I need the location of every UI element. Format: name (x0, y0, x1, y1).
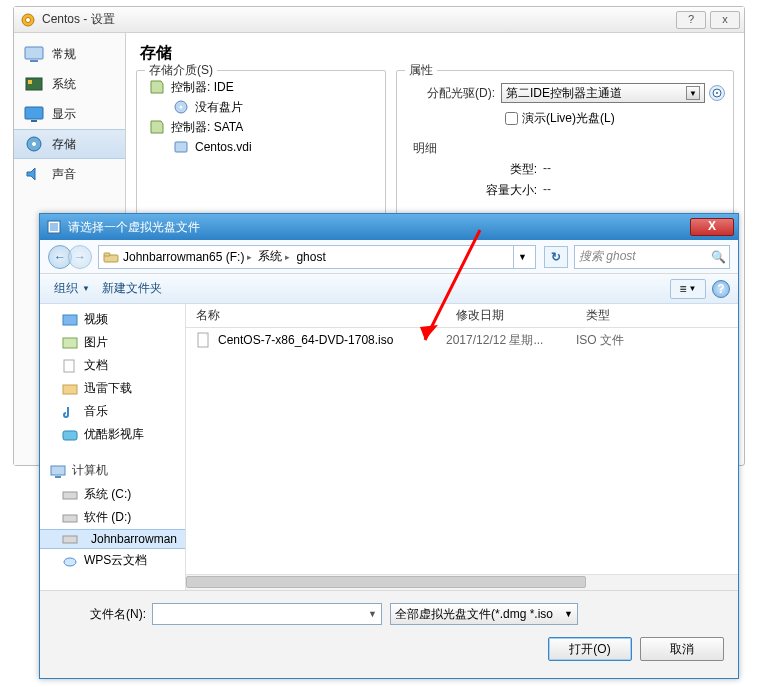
crumb-drive[interactable]: Johnbarrowman65 (F:)▸ (121, 250, 254, 264)
file-type: ISO 文件 (576, 332, 738, 349)
drive-d[interactable]: 软件 (D:) (40, 506, 185, 529)
vbox-icon (46, 219, 62, 235)
computer-group[interactable]: 计算机 (40, 458, 185, 483)
live-cd-input[interactable] (505, 112, 518, 125)
file-open-dialog: 请选择一个虚拟光盘文件 X ← → Johnbarrowman65 (F:)▸ … (39, 213, 739, 679)
search-input[interactable]: 搜索 ghost 🔍 (574, 245, 730, 269)
storage-tree: 控制器: IDE 没有盘片 控制器: SATA Centos.vdi (145, 77, 377, 157)
svg-rect-20 (63, 338, 77, 348)
scrollbar-thumb[interactable] (186, 576, 586, 588)
svg-point-1 (26, 17, 31, 22)
settings-title: Centos - 设置 (42, 11, 676, 28)
tree-label: 没有盘片 (195, 99, 243, 116)
svg-rect-30 (198, 333, 208, 347)
horizontal-scrollbar[interactable] (186, 574, 738, 590)
file-date: 2017/12/12 星期... (446, 332, 576, 349)
select-value: 第二IDE控制器主通道 (506, 85, 622, 102)
lib-thunder[interactable]: 迅雷下载 (40, 377, 185, 400)
dialog-close-button[interactable]: X (690, 218, 734, 236)
filetype-filter[interactable]: 全部虚拟光盘文件(*.dmg *.iso ▼ (390, 603, 578, 625)
help-button[interactable]: ? (676, 11, 706, 29)
size-value: -- (543, 182, 551, 199)
address-bar: ← → Johnbarrowman65 (F:)▸ 系统▸ ghost ▼ ↻ … (40, 240, 738, 274)
dialog-toolbar: 组织▼ 新建文件夹 ≡▼ ? (40, 274, 738, 304)
drive-c[interactable]: 系统 (C:) (40, 483, 185, 506)
vbox-icon (20, 12, 36, 28)
crumb-folder[interactable]: 系统▸ (256, 248, 292, 265)
svg-rect-18 (104, 253, 110, 256)
search-icon: 🔍 (711, 250, 725, 264)
chevron-right-icon: ▸ (247, 252, 252, 262)
col-name[interactable]: 名称 (186, 307, 446, 324)
filename-label: 文件名(N): (54, 606, 146, 623)
live-cd-checkbox[interactable]: 演示(Live)光盘(L) (501, 109, 725, 128)
window-buttons: ? x (676, 11, 744, 29)
svg-rect-6 (25, 107, 43, 119)
svg-rect-7 (31, 120, 37, 122)
nav-label: 声音 (52, 166, 76, 183)
filename-input[interactable]: ▼ (152, 603, 382, 625)
svg-rect-26 (63, 492, 77, 499)
drive-icon (103, 250, 119, 264)
wps-cloud[interactable]: WPS云文档 (40, 549, 185, 572)
nav-sound[interactable]: 声音 (14, 159, 125, 189)
lib-youku[interactable]: 优酷影视库 (40, 423, 185, 446)
help-button[interactable]: ? (712, 280, 730, 298)
new-folder-button[interactable]: 新建文件夹 (96, 278, 168, 299)
search-placeholder: 搜索 ghost (579, 248, 636, 265)
close-button[interactable]: x (710, 11, 740, 29)
settings-titlebar: Centos - 设置 ? x (14, 7, 744, 33)
svg-rect-16 (50, 223, 58, 231)
lib-pictures[interactable]: 图片 (40, 331, 185, 354)
nav-general[interactable]: 常规 (14, 39, 125, 69)
svg-rect-22 (63, 385, 77, 394)
choose-disk-button[interactable] (709, 85, 725, 101)
svg-rect-21 (64, 360, 74, 372)
lib-music[interactable]: 音乐 (40, 400, 185, 423)
svg-point-14 (716, 92, 718, 94)
svg-rect-24 (51, 466, 65, 475)
organize-menu[interactable]: 组织▼ (48, 278, 96, 299)
storage-media-panel: 存储介质(S) 控制器: IDE 没有盘片 控制器: SATA Centos.v… (136, 70, 386, 220)
nav-storage[interactable]: 存储 (14, 129, 125, 159)
breadcrumb-bar[interactable]: Johnbarrowman65 (F:)▸ 系统▸ ghost ▼ (98, 245, 536, 269)
view-menu[interactable]: ≡▼ (670, 279, 706, 299)
column-headers: 名称 修改日期 类型 (186, 304, 738, 328)
refresh-button[interactable]: ↻ (544, 246, 568, 268)
svg-rect-19 (63, 315, 77, 325)
col-type[interactable]: 类型 (576, 307, 738, 324)
svg-rect-5 (28, 80, 32, 84)
dialog-bottom: 文件名(N): ▼ 全部虚拟光盘文件(*.dmg *.iso ▼ 打开(O) 取… (40, 590, 738, 678)
cancel-button[interactable]: 取消 (640, 637, 724, 661)
svg-rect-23 (63, 431, 77, 440)
file-row[interactable]: CentOS-7-x86_64-DVD-1708.iso 2017/12/12 … (186, 328, 738, 352)
iso-file-icon (196, 332, 212, 348)
ctrl-sata[interactable]: 控制器: SATA (145, 117, 377, 137)
svg-point-9 (32, 142, 36, 146)
ide-empty[interactable]: 没有盘片 (145, 97, 377, 117)
type-label: 类型: (465, 161, 537, 178)
tree-label: 控制器: SATA (171, 119, 243, 136)
col-date[interactable]: 修改日期 (446, 307, 576, 324)
ctrl-ide[interactable]: 控制器: IDE (145, 77, 377, 97)
address-dropdown[interactable]: ▼ (513, 246, 531, 268)
file-list: 名称 修改日期 类型 CentOS-7-x86_64-DVD-1708.iso … (186, 304, 738, 590)
tree-label: 控制器: IDE (171, 79, 234, 96)
crumb-folder[interactable]: ghost (294, 250, 327, 264)
alloc-label: 分配光驱(D): (405, 85, 495, 102)
nav-forward-button[interactable]: → (68, 245, 92, 269)
drive-f[interactable]: Johnbarrowman (40, 529, 185, 549)
optical-drive-select[interactable]: 第二IDE控制器主通道 ▼ (501, 83, 705, 103)
svg-rect-27 (63, 515, 77, 522)
open-button[interactable]: 打开(O) (548, 637, 632, 661)
nav-display[interactable]: 显示 (14, 99, 125, 129)
panel-legend: 存储介质(S) (145, 62, 217, 79)
nav-label: 显示 (52, 106, 76, 123)
svg-point-29 (64, 558, 76, 566)
lib-videos[interactable]: 视频 (40, 308, 185, 331)
live-cd-label: 演示(Live)光盘(L) (522, 110, 615, 127)
lib-documents[interactable]: 文档 (40, 354, 185, 377)
sata-disk[interactable]: Centos.vdi (145, 137, 377, 157)
nav-label: 系统 (52, 76, 76, 93)
nav-system[interactable]: 系统 (14, 69, 125, 99)
